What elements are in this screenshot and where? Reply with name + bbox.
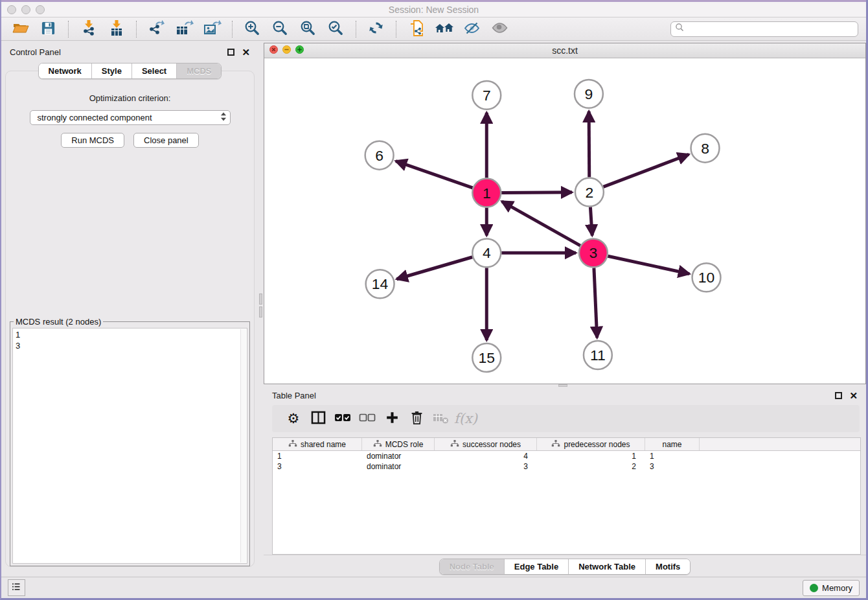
close-table-panel-icon[interactable]: ✕ xyxy=(849,392,858,399)
settings-button[interactable]: ⚙ xyxy=(281,407,306,430)
graph-node-10[interactable]: 10 xyxy=(692,263,721,292)
edge-3-11[interactable] xyxy=(594,268,597,338)
table-cell[interactable]: dominator xyxy=(362,461,435,472)
svg-text:9: 9 xyxy=(585,86,593,102)
run-mcds-button[interactable]: Run MCDS xyxy=(61,133,124,148)
criterion-select[interactable]: strongly connected component xyxy=(30,110,231,125)
table-cell[interactable]: 3 xyxy=(435,461,537,472)
horizontal-splitter[interactable] xyxy=(264,384,866,387)
control-tab-select[interactable]: Select xyxy=(132,63,177,78)
minimize-view-icon[interactable] xyxy=(282,45,291,56)
edge-1-2[interactable] xyxy=(501,192,572,193)
minimize-window-icon[interactable] xyxy=(21,5,30,14)
table-cell[interactable]: 3 xyxy=(273,461,362,472)
graph-node-15[interactable]: 15 xyxy=(472,343,501,372)
split-columns-button[interactable] xyxy=(306,407,330,430)
float-table-panel-icon[interactable] xyxy=(835,392,842,399)
control-tab-mcds[interactable]: MCDS xyxy=(177,63,221,78)
close-view-icon[interactable] xyxy=(269,45,278,56)
graph-node-6[interactable]: 6 xyxy=(365,141,394,170)
table-tab-network-table[interactable]: Network Table xyxy=(569,559,646,574)
show-panels-button[interactable] xyxy=(8,579,25,596)
refresh-view-button[interactable] xyxy=(362,19,390,40)
zoom-out-button[interactable] xyxy=(266,19,294,40)
result-scrollbar[interactable] xyxy=(240,329,246,562)
edge-4-14[interactable] xyxy=(396,257,472,279)
splitter-handle[interactable] xyxy=(259,306,262,317)
close-panel-icon[interactable]: ✕ xyxy=(242,49,250,56)
graph-node-1[interactable]: 1 xyxy=(472,179,501,207)
graph-node-14[interactable]: 14 xyxy=(366,270,394,298)
column-header-shared-name[interactable]: shared name xyxy=(273,438,362,450)
graph-node-4[interactable]: 4 xyxy=(472,238,501,267)
export-table-button[interactable] xyxy=(170,19,198,40)
edge-1-6[interactable] xyxy=(396,161,473,188)
save-session-button[interactable] xyxy=(34,19,62,40)
table-row[interactable]: 3dominator323 xyxy=(273,461,860,472)
control-tab-style[interactable]: Style xyxy=(92,63,132,78)
splitter-handle[interactable] xyxy=(558,384,567,387)
open-session-button[interactable] xyxy=(6,19,34,40)
column-header-name[interactable]: name xyxy=(645,438,700,450)
table-cell[interactable]: 1 xyxy=(645,451,700,461)
table-cell[interactable]: 2 xyxy=(537,461,645,472)
edge-2-3[interactable] xyxy=(590,207,592,236)
splitter-handle[interactable] xyxy=(259,294,262,305)
graph-node-11[interactable]: 11 xyxy=(584,341,612,369)
table-row[interactable]: 1dominator411 xyxy=(273,451,860,461)
select-all-checkboxes-button[interactable] xyxy=(330,407,355,430)
network-file-button[interactable] xyxy=(402,19,430,40)
import-network-icon xyxy=(81,19,97,38)
close-panel-button[interactable]: Close panel xyxy=(133,133,199,148)
export-image-button[interactable] xyxy=(198,19,226,40)
zoom-fit-button[interactable] xyxy=(294,19,322,40)
column-header-mcds-role[interactable]: MCDS role xyxy=(362,438,435,450)
hide-selected-button[interactable] xyxy=(458,19,486,40)
table-tab-motifs[interactable]: Motifs xyxy=(646,559,690,574)
mcds-result-textarea[interactable]: 13 xyxy=(12,328,247,564)
column-header-predecessor-nodes[interactable]: predecessor nodes xyxy=(537,438,645,450)
table-cell[interactable]: 4 xyxy=(435,451,537,461)
column-hierarchy-icon xyxy=(551,439,560,450)
table-cell[interactable]: 1 xyxy=(273,451,362,461)
window-title: Session: New Session xyxy=(1,5,866,15)
table-cell[interactable]: 1 xyxy=(537,451,645,461)
graph-node-7[interactable]: 7 xyxy=(472,81,501,110)
zoom-window-icon[interactable] xyxy=(36,5,45,14)
network-canvas[interactable]: 7968124314101511 xyxy=(264,58,865,384)
edge-2-9[interactable] xyxy=(589,111,589,178)
show-all-button[interactable] xyxy=(486,19,514,40)
zoom-selected-button[interactable] xyxy=(322,19,350,40)
zoom-in-button[interactable] xyxy=(238,19,266,40)
search-box[interactable] xyxy=(670,21,858,37)
home-view-button[interactable] xyxy=(430,19,458,40)
vertical-splitter[interactable] xyxy=(258,41,264,577)
deselect-all-checkboxes-button[interactable] xyxy=(355,407,380,430)
edge-2-8[interactable] xyxy=(603,154,689,187)
delete-row-button[interactable] xyxy=(404,407,429,430)
graph-node-3[interactable]: 3 xyxy=(579,238,608,267)
import-network-button[interactable] xyxy=(74,19,102,40)
export-network-button[interactable] xyxy=(143,19,170,40)
graph-node-8[interactable]: 8 xyxy=(691,134,720,163)
import-table-button[interactable] xyxy=(102,19,130,40)
edge-3-1[interactable] xyxy=(502,202,580,246)
column-header-successor-nodes[interactable]: successor nodes xyxy=(435,438,537,450)
control-tab-network[interactable]: Network xyxy=(39,63,92,78)
memory-button[interactable]: Memory xyxy=(803,580,860,596)
table-cell[interactable]: 3 xyxy=(645,461,700,472)
add-row-button[interactable] xyxy=(380,407,404,430)
table-cell[interactable]: dominator xyxy=(362,451,435,461)
table-tab-node-table[interactable]: Node Table xyxy=(440,559,505,574)
graph-node-2[interactable]: 2 xyxy=(575,178,604,207)
zoom-view-icon[interactable] xyxy=(295,45,304,56)
edge-3-10[interactable] xyxy=(608,256,689,273)
delete-row-icon xyxy=(410,410,424,427)
search-input[interactable] xyxy=(685,24,854,34)
table-tab-edge-table[interactable]: Edge Table xyxy=(505,559,569,574)
float-panel-icon[interactable] xyxy=(227,49,234,56)
export-table-icon xyxy=(176,19,194,38)
memory-label: Memory xyxy=(822,583,852,593)
close-window-icon[interactable] xyxy=(7,5,16,14)
graph-node-9[interactable]: 9 xyxy=(575,80,603,108)
